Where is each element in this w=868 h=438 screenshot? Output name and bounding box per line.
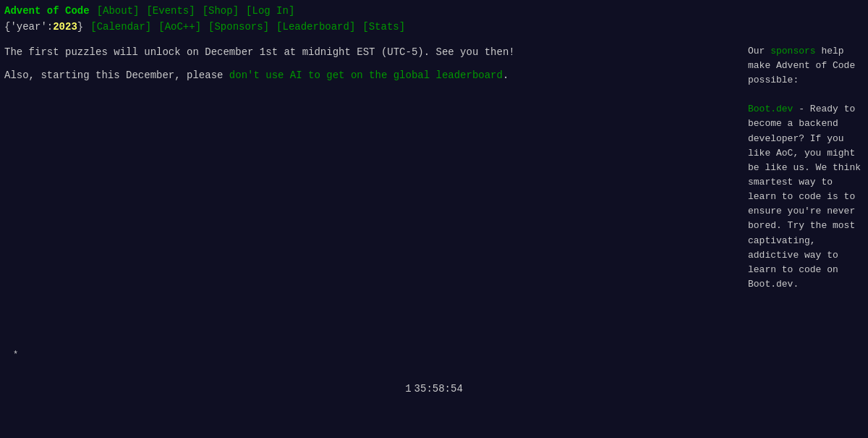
site-header: Advent of Code [About] [Events] [Shop] [… xyxy=(0,0,868,37)
nav-calendar[interactable]: [Calendar] xyxy=(90,19,151,35)
sponsors-link[interactable]: sponsors xyxy=(770,46,815,56)
nav-stats[interactable]: [Stats] xyxy=(362,19,405,35)
sidebar-intro: Our sponsors help make Advent of Code po… xyxy=(748,44,864,88)
unlock-message: The first puzzles will unlock on Decembe… xyxy=(4,44,733,62)
year-close-brace: } xyxy=(77,21,83,33)
nav-leaderboard[interactable]: [Leaderboard] xyxy=(276,19,355,35)
nav-sponsors[interactable]: [Sponsors] xyxy=(208,19,269,35)
unlock-message-text: The first puzzles will unlock on Decembe… xyxy=(4,46,515,58)
dot-indicator: * xyxy=(13,350,18,360)
year-open-brace: {'year': xyxy=(4,21,53,33)
site-title: Advent of Code xyxy=(4,3,90,19)
ai-message-prefix: Also, starting this December, please xyxy=(4,70,229,81)
year-badge: {'year':2023} xyxy=(4,19,83,35)
nav-about[interactable]: [About] xyxy=(97,3,140,19)
timer-line: 1 35:58:54 xyxy=(0,383,868,395)
timer-prefix: 1 xyxy=(405,383,411,395)
nav-login[interactable]: [Log In] xyxy=(246,3,294,19)
bootdev-link[interactable]: Boot.dev xyxy=(748,104,793,114)
dot-symbol: * xyxy=(13,350,18,360)
year-value: 2023 xyxy=(53,21,77,33)
main-content: The first puzzles will unlock on Decembe… xyxy=(4,44,748,292)
timer-countdown: 35:58:54 xyxy=(414,383,463,395)
footer-timer-area: 1 35:58:54 xyxy=(0,383,868,395)
ai-message: Also, starting this December, please don… xyxy=(4,67,733,85)
sponsor-entry: Boot.dev - Ready to become a backend dev… xyxy=(748,102,864,292)
nav-events[interactable]: [Events] xyxy=(146,3,195,19)
ai-message-link[interactable]: don't use AI to get on the global leader… xyxy=(229,70,503,81)
sidebar-intro-text: Our xyxy=(748,46,770,56)
sidebar: Our sponsors help make Advent of Code po… xyxy=(748,44,864,292)
nav-line-1: Advent of Code [About] [Events] [Shop] [… xyxy=(4,3,864,19)
ai-message-suffix: . xyxy=(503,70,509,81)
sponsor-desc: - Ready to become a backend developer? I… xyxy=(748,104,861,290)
nav-shop[interactable]: [Shop] xyxy=(203,3,239,19)
nav-line-2: {'year':2023} [Calendar] [AoC++] [Sponso… xyxy=(4,19,864,35)
nav-aocpp[interactable]: [AoC++] xyxy=(158,19,201,35)
main-layout: The first puzzles will unlock on Decembe… xyxy=(0,37,868,299)
